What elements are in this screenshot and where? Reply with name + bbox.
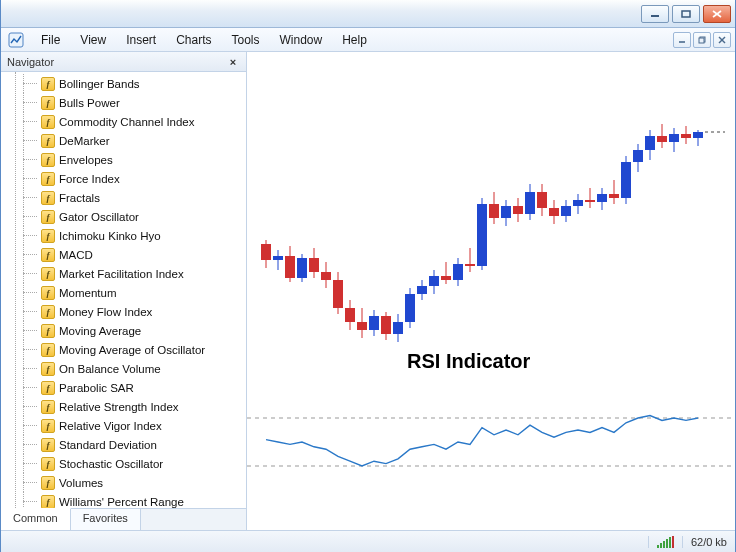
indicator-item[interactable]: fDeMarker [1,131,246,150]
indicator-item[interactable]: fEnvelopes [1,150,246,169]
chart-canvas [247,52,735,530]
indicator-item[interactable]: fBollinger Bands [1,74,246,93]
svg-rect-37 [417,286,427,294]
menu-tools[interactable]: Tools [222,30,270,50]
indicator-icon: f [41,324,55,338]
indicator-icon: f [41,172,55,186]
indicator-icon: f [41,362,55,376]
svg-rect-19 [309,258,319,272]
svg-rect-35 [405,294,415,322]
svg-rect-69 [609,194,619,198]
indicator-item[interactable]: fRelative Vigor Index [1,416,246,435]
indicator-icon: f [41,343,55,357]
svg-rect-1 [682,11,690,17]
svg-rect-29 [369,316,379,330]
indicator-label: DeMarker [59,135,109,147]
svg-rect-27 [357,322,367,330]
svg-rect-15 [285,256,295,278]
indicator-label: Relative Vigor Index [59,420,162,432]
svg-rect-33 [393,322,403,334]
svg-rect-63 [573,200,583,206]
svg-rect-81 [681,134,691,138]
indicator-item[interactable]: fWilliams' Percent Range [1,492,246,508]
indicator-item[interactable]: fCommodity Channel Index [1,112,246,131]
indicator-icon: f [41,400,55,414]
navigator-scroll[interactable]: fBollinger BandsfBulls PowerfCommodity C… [1,72,246,508]
indicator-item[interactable]: fMoney Flow Index [1,302,246,321]
indicator-label: Parabolic SAR [59,382,134,394]
indicator-item[interactable]: fStochastic Oscillator [1,454,246,473]
rsi-annotation-label: RSI Indicator [407,350,530,373]
indicator-label: Market Facilitation Index [59,268,184,280]
indicator-label: Money Flow Index [59,306,152,318]
indicator-item[interactable]: fMomentum [1,283,246,302]
mdi-close-button[interactable] [713,32,731,48]
svg-rect-41 [441,276,451,280]
indicator-tree: fBollinger BandsfBulls PowerfCommodity C… [1,72,246,508]
indicator-item[interactable]: fFractals [1,188,246,207]
indicator-item[interactable]: fMoving Average [1,321,246,340]
indicator-item[interactable]: fRelative Strength Index [1,397,246,416]
indicator-item[interactable]: fMarket Facilitation Index [1,264,246,283]
close-button[interactable] [703,5,731,23]
maximize-button[interactable] [672,5,700,23]
indicator-item[interactable]: fStandard Deviation [1,435,246,454]
indicator-item[interactable]: fMACD [1,245,246,264]
indicator-item[interactable]: fIchimoku Kinko Hyo [1,226,246,245]
minimize-button[interactable] [641,5,669,23]
svg-rect-71 [621,162,631,198]
menubar: FileViewInsertChartsToolsWindowHelp [1,28,735,52]
indicator-label: Envelopes [59,154,113,166]
svg-rect-31 [381,316,391,334]
indicator-icon: f [41,267,55,281]
indicator-label: MACD [59,249,93,261]
svg-rect-23 [333,280,343,308]
indicator-label: Williams' Percent Range [59,496,184,508]
workspace: Navigator × fBollinger BandsfBulls Power… [1,52,735,530]
indicator-icon: f [41,229,55,243]
menu-charts[interactable]: Charts [166,30,221,50]
menu-file[interactable]: File [31,30,70,50]
maximize-icon [681,10,691,18]
indicator-item[interactable]: fMoving Average of Oscillator [1,340,246,359]
menu-help[interactable]: Help [332,30,377,50]
indicator-item[interactable]: fForce Index [1,169,246,188]
indicator-icon: f [41,210,55,224]
indicator-icon: f [41,305,55,319]
svg-rect-13 [273,256,283,260]
window-controls [641,5,731,23]
navigator-panel: Navigator × fBollinger BandsfBulls Power… [1,52,247,530]
navigator-header: Navigator × [1,52,246,72]
menu-view[interactable]: View [70,30,116,50]
indicator-label: Stochastic Oscillator [59,458,163,470]
indicator-item[interactable]: fGator Oscillator [1,207,246,226]
menu-items: FileViewInsertChartsToolsWindowHelp [31,30,377,50]
mdi-minimize-button[interactable] [673,32,691,48]
indicator-label: Gator Oscillator [59,211,139,223]
menu-window[interactable]: Window [270,30,333,50]
navigator-tab-favorites[interactable]: Favorites [71,509,141,530]
indicator-icon: f [41,96,55,110]
indicator-item[interactable]: fBulls Power [1,93,246,112]
svg-rect-59 [549,208,559,216]
svg-rect-4 [9,33,23,47]
menu-insert[interactable]: Insert [116,30,166,50]
svg-rect-51 [501,206,511,218]
app-window: FileViewInsertChartsToolsWindowHelp Navi… [0,0,736,552]
indicator-item[interactable]: fOn Balance Volume [1,359,246,378]
svg-rect-47 [477,204,487,266]
connection-bars-icon [648,536,674,548]
indicator-icon: f [41,438,55,452]
svg-rect-73 [633,150,643,162]
navigator-tab-common[interactable]: Common [1,508,71,530]
indicator-icon: f [41,381,55,395]
indicator-icon: f [41,77,55,91]
navigator-close-button[interactable]: × [226,55,240,69]
minimize-icon [650,10,660,18]
chart-area[interactable]: RSI Indicator [247,52,735,530]
mdi-restore-button[interactable] [693,32,711,48]
indicator-item[interactable]: fParabolic SAR [1,378,246,397]
navigator-title: Navigator [7,56,54,68]
indicator-item[interactable]: fVolumes [1,473,246,492]
svg-rect-43 [453,264,463,280]
